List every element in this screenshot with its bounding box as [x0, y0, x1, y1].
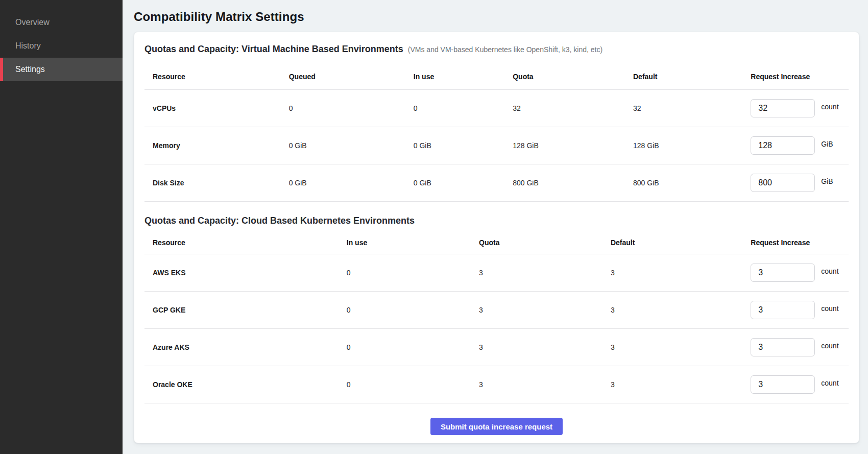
resource-label: Oracle OKE [144, 380, 347, 389]
vm-section-title: Quotas and Capacity: Virtual Machine Bas… [144, 43, 403, 55]
quota-value: 800 GiB [513, 179, 633, 187]
column-header-default: Default [611, 238, 751, 247]
queued-value: 0 [289, 104, 414, 112]
table-row-disk-size: Disk Size 0 GiB 0 GiB 800 GiB 800 GiB Gi… [144, 164, 849, 202]
column-header-quota: Quota [513, 73, 633, 81]
request-increase-cell: count [751, 338, 849, 356]
unit-label: GiB [821, 177, 833, 185]
column-header-resource: Resource [144, 73, 289, 81]
vm-quota-table: Resource Queued In use Quota Default Req… [144, 63, 849, 202]
resource-label: AWS EKS [144, 269, 347, 277]
request-increase-input[interactable] [751, 136, 815, 155]
column-header-request-increase: Request Increase [751, 73, 849, 81]
in-use-value: 0 GiB [414, 141, 513, 150]
default-value: 3 [611, 306, 751, 314]
page-title: Compatibility Matrix Settings [134, 9, 859, 25]
quota-value: 32 [513, 104, 633, 112]
submit-quota-button[interactable]: Submit quota increase request [430, 418, 563, 435]
table-row-azure-aks: Azure AKS 0 3 3 count [144, 329, 849, 366]
quota-value: 128 GiB [513, 141, 633, 150]
sidebar-item-label: Overview [15, 18, 50, 27]
k8s-section-title: Quotas and Capacity: Cloud Based Kuberne… [144, 215, 415, 227]
unit-label: count [821, 304, 838, 313]
main-content: Compatibility Matrix Settings Quotas and… [123, 0, 868, 454]
default-value: 32 [633, 104, 751, 112]
unit-label: count [821, 342, 838, 350]
sidebar-item-label: Settings [15, 65, 45, 74]
vm-table-header: Resource Queued In use Quota Default Req… [144, 63, 849, 90]
resource-label: GCP GKE [144, 306, 347, 314]
k8s-section-heading: Quotas and Capacity: Cloud Based Kuberne… [144, 215, 849, 227]
request-increase-input[interactable] [751, 375, 815, 394]
request-increase-input[interactable] [751, 174, 815, 192]
column-header-in-use: In use [414, 73, 513, 81]
sidebar-item-history[interactable]: History [0, 34, 123, 58]
app-window: Overview History Settings Compatibility … [0, 0, 868, 454]
request-increase-cell: count [751, 375, 849, 394]
table-row-memory: Memory 0 GiB 0 GiB 128 GiB 128 GiB GiB [144, 127, 849, 164]
quota-value: 3 [479, 343, 611, 351]
active-indicator [0, 58, 3, 81]
column-header-queued: Queued [289, 73, 414, 81]
resource-label: vCPUs [144, 104, 289, 112]
request-increase-input[interactable] [751, 338, 815, 356]
in-use-value: 0 [347, 380, 479, 389]
resource-label: Memory [144, 141, 289, 150]
request-increase-input[interactable] [751, 301, 815, 319]
unit-label: GiB [821, 140, 833, 148]
unit-label: count [821, 267, 838, 275]
settings-card: Quotas and Capacity: Virtual Machine Bas… [134, 32, 859, 443]
quota-value: 3 [479, 269, 611, 277]
queued-value: 0 GiB [289, 141, 414, 150]
default-value: 800 GiB [633, 179, 751, 187]
quota-value: 3 [479, 380, 611, 389]
submit-area: Submit quota increase request [144, 403, 849, 435]
queued-value: 0 GiB [289, 179, 414, 187]
vm-section-heading: Quotas and Capacity: Virtual Machine Bas… [144, 43, 849, 56]
table-row-oracle-oke: Oracle OKE 0 3 3 count [144, 366, 849, 403]
table-row-aws-eks: AWS EKS 0 3 3 count [144, 254, 849, 292]
unit-label: count [821, 379, 838, 387]
sidebar-item-label: History [15, 41, 41, 51]
in-use-value: 0 [414, 104, 513, 112]
column-header-request-increase: Request Increase [751, 238, 849, 247]
request-increase-cell: count [751, 99, 849, 117]
default-value: 3 [611, 343, 751, 351]
request-increase-input[interactable] [751, 264, 815, 282]
sidebar-item-overview[interactable]: Overview [0, 11, 123, 34]
request-increase-cell: count [751, 264, 849, 282]
request-increase-cell: count [751, 301, 849, 319]
quota-value: 3 [479, 306, 611, 314]
request-increase-cell: GiB [751, 136, 849, 155]
column-header-quota: Quota [479, 238, 611, 247]
request-increase-cell: GiB [751, 174, 849, 192]
sidebar-item-settings[interactable]: Settings [0, 58, 123, 81]
default-value: 3 [611, 269, 751, 277]
vm-section-subtitle: (VMs and VM-based Kubernetes like OpenSh… [408, 44, 602, 56]
column-header-in-use: In use [347, 238, 479, 247]
default-value: 128 GiB [633, 141, 751, 150]
in-use-value: 0 [347, 343, 479, 351]
resource-label: Disk Size [144, 179, 289, 187]
table-row-vcpus: vCPUs 0 0 32 32 count [144, 90, 849, 127]
in-use-value: 0 [347, 269, 479, 277]
column-header-resource: Resource [144, 238, 347, 247]
sidebar: Overview History Settings [0, 0, 123, 454]
in-use-value: 0 [347, 306, 479, 314]
request-increase-input[interactable] [751, 99, 815, 117]
k8s-quota-table: Resource In use Quota Default Request In… [144, 231, 849, 403]
table-row-gcp-gke: GCP GKE 0 3 3 count [144, 292, 849, 329]
column-header-default: Default [633, 73, 751, 81]
unit-label: count [821, 103, 838, 111]
in-use-value: 0 GiB [414, 179, 513, 187]
resource-label: Azure AKS [144, 343, 347, 351]
default-value: 3 [611, 380, 751, 389]
k8s-table-header: Resource In use Quota Default Request In… [144, 231, 849, 254]
